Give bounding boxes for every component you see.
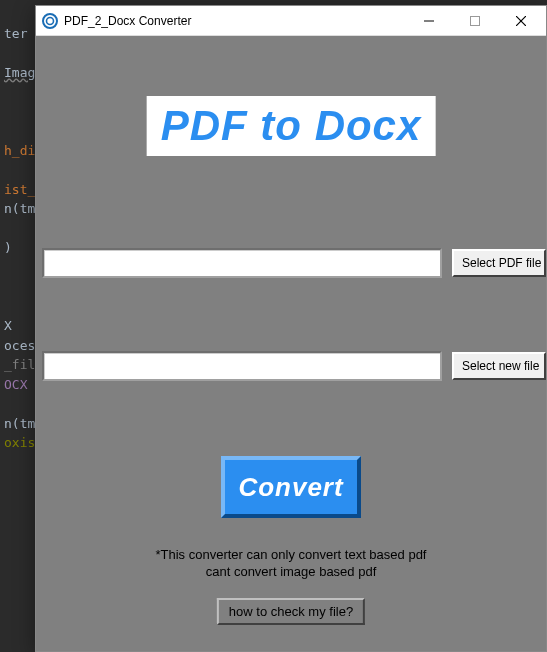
app-window: PDF_2_Docx Converter PDF to Docx Select … (35, 5, 547, 652)
svg-rect-3 (471, 16, 480, 25)
client-area: PDF to Docx Select PDF file Select new f… (36, 36, 546, 651)
minimize-button[interactable] (406, 6, 452, 36)
help-button[interactable]: how to check my file? (217, 598, 365, 625)
close-button[interactable] (498, 6, 544, 36)
note-line-1: *This converter can only convert text ba… (36, 547, 546, 564)
docx-path-input[interactable] (42, 351, 442, 381)
app-icon (42, 13, 58, 29)
convert-button[interactable]: Convert (221, 456, 361, 518)
note-line-2: cant convert image based pdf (36, 564, 546, 581)
app-logo: PDF to Docx (147, 96, 436, 156)
window-title: PDF_2_Docx Converter (64, 14, 406, 28)
maximize-button[interactable] (452, 6, 498, 36)
pdf-path-input[interactable] (42, 248, 442, 278)
select-output-button[interactable]: Select new file (452, 352, 546, 380)
svg-point-1 (47, 17, 54, 24)
select-pdf-button[interactable]: Select PDF file (452, 249, 546, 277)
input-pdf-row: Select PDF file (42, 248, 546, 278)
note-text: *This converter can only convert text ba… (36, 547, 546, 581)
titlebar[interactable]: PDF_2_Docx Converter (36, 6, 546, 36)
output-docx-row: Select new file (42, 351, 546, 381)
svg-point-0 (43, 14, 57, 28)
